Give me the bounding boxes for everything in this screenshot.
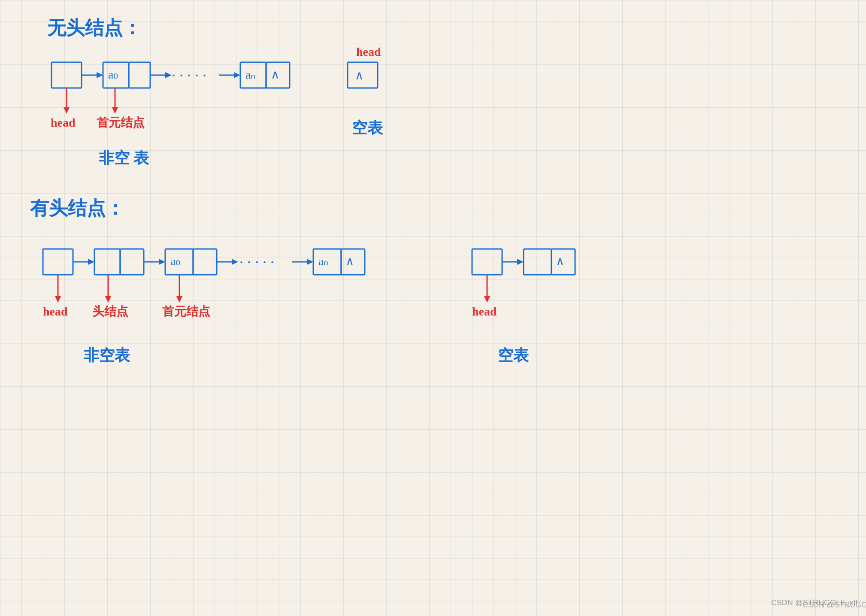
svg-text:空表: 空表 (352, 119, 383, 137)
svg-text:a₀: a₀ (108, 68, 118, 81)
svg-text:· · · · ·: · · · · · (172, 67, 206, 84)
svg-marker-51 (105, 296, 111, 303)
svg-text:aₙ: aₙ (245, 68, 255, 81)
svg-marker-8 (165, 72, 172, 78)
svg-rect-31 (94, 249, 120, 275)
svg-rect-1 (51, 62, 82, 88)
svg-text:aₙ: aₙ (318, 255, 328, 268)
svg-rect-24 (348, 62, 378, 88)
svg-text:head: head (472, 305, 497, 318)
svg-rect-14 (266, 62, 290, 88)
svg-rect-4 (103, 62, 129, 88)
svg-rect-57 (472, 249, 502, 275)
svg-marker-64 (484, 296, 490, 303)
svg-marker-34 (159, 259, 165, 265)
svg-rect-6 (129, 62, 150, 88)
svg-text:∧: ∧ (271, 68, 280, 81)
svg-text:头结点: 头结点 (92, 305, 128, 318)
svg-text:首元结点: 首元结点 (97, 116, 145, 129)
svg-marker-30 (88, 259, 94, 265)
svg-marker-11 (234, 72, 240, 78)
svg-text:非空表: 非空表 (84, 346, 130, 364)
svg-marker-59 (517, 259, 524, 265)
svg-text:首元结点: 首元结点 (162, 305, 210, 318)
svg-rect-32 (120, 249, 144, 275)
svg-text:∧: ∧ (556, 255, 565, 268)
svg-text:· · · · ·: · · · · · (239, 254, 274, 271)
svg-rect-37 (193, 249, 217, 275)
svg-rect-45 (341, 249, 365, 275)
svg-marker-54 (176, 296, 182, 303)
svg-text:∧: ∧ (345, 255, 354, 268)
svg-marker-42 (307, 259, 313, 265)
svg-text:∧: ∧ (355, 69, 364, 82)
svg-text:head: head (356, 45, 381, 58)
svg-text:head: head (43, 305, 68, 318)
svg-marker-3 (97, 72, 103, 78)
svg-marker-48 (55, 296, 61, 303)
svg-text:非空 表: 非空 表 (99, 149, 149, 167)
svg-rect-60 (524, 249, 551, 275)
svg-text:无头结点：: 无头结点： (47, 18, 142, 39)
svg-text:a₀: a₀ (170, 255, 180, 268)
svg-rect-35 (165, 249, 193, 275)
svg-text:空表: 空表 (498, 346, 529, 364)
svg-text:head: head (51, 116, 76, 129)
svg-marker-17 (64, 107, 70, 114)
svg-rect-43 (313, 249, 341, 275)
svg-marker-39 (232, 259, 238, 265)
watermark: CSDN @STRUGGLE_xlf (771, 598, 857, 607)
svg-rect-12 (240, 62, 266, 88)
svg-text:有头结点：: 有头结点： (30, 198, 124, 219)
svg-marker-20 (112, 107, 118, 114)
svg-rect-28 (43, 249, 73, 275)
svg-rect-61 (551, 249, 575, 275)
